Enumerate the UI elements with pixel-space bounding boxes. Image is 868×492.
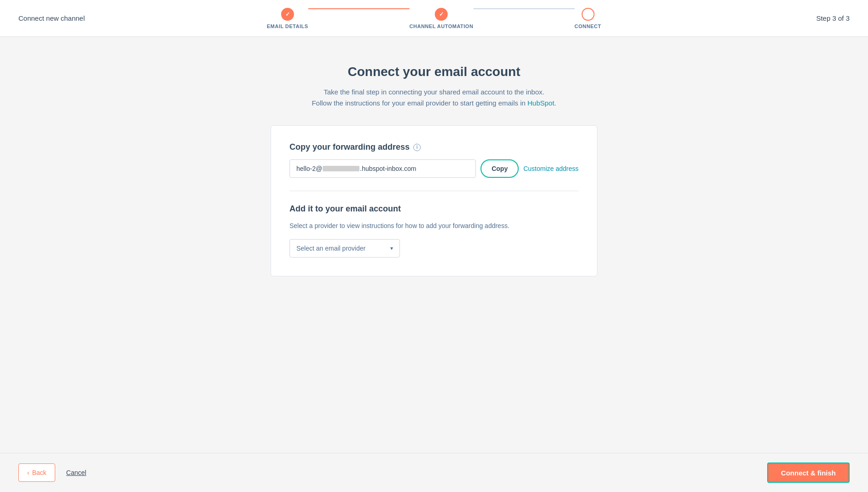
step-1-circle: ✓ xyxy=(281,8,294,21)
cancel-button[interactable]: Cancel xyxy=(66,469,87,476)
subtitle-line1: Take the final step in connecting your s… xyxy=(324,88,544,96)
email-prefix: hello-2@ xyxy=(296,165,322,172)
step-3-label: Connect xyxy=(574,23,601,29)
info-icon[interactable]: i xyxy=(413,144,421,151)
card: Copy your forwarding address i hello-2@.… xyxy=(271,125,597,276)
provider-select-text: Select an email provider xyxy=(296,245,365,252)
email-suffix: .hubspot-inbox.com xyxy=(360,165,416,172)
subtitle-line2-suffix: . xyxy=(554,99,556,107)
footer-left: ‹ Back Cancel xyxy=(18,463,86,482)
step-2-label: Channel Automation xyxy=(410,23,474,29)
back-button-label: Back xyxy=(32,469,46,476)
step-1-label: Email Details xyxy=(267,23,308,29)
copy-section-title-text: Copy your forwarding address xyxy=(289,142,410,152)
page-title: Connect your email account xyxy=(348,64,521,79)
step-2-circle: ✓ xyxy=(435,8,448,21)
hubspot-link[interactable]: HubSpot xyxy=(527,99,554,107)
copy-button[interactable]: Copy xyxy=(480,159,519,178)
step-info: Step 3 of 3 xyxy=(816,14,850,22)
step-1: ✓ Email Details xyxy=(267,8,308,29)
email-blurred xyxy=(323,166,359,171)
step-2-check: ✓ xyxy=(439,11,444,18)
add-section-title: Add it to your email account xyxy=(289,204,579,214)
add-section-desc: Select a provider to view instructions f… xyxy=(289,221,579,231)
step-2: ✓ Channel Automation xyxy=(410,8,474,29)
main-content: Connect your email account Take the fina… xyxy=(0,37,868,453)
customize-address-link[interactable]: Customize address xyxy=(523,165,579,172)
add-section-title-text: Add it to your email account xyxy=(289,204,401,214)
step-1-check: ✓ xyxy=(285,11,290,18)
section-divider xyxy=(289,191,579,191)
step-line-1 xyxy=(308,8,410,9)
stepper: ✓ Email Details ✓ Channel Automation Con… xyxy=(267,8,601,29)
step-3: Connect xyxy=(574,8,601,29)
back-button[interactable]: ‹ Back xyxy=(18,463,55,482)
back-arrow-icon: ‹ xyxy=(27,469,29,476)
subtitle: Take the final step in connecting your s… xyxy=(312,87,556,109)
email-display: hello-2@.hubspot-inbox.com xyxy=(289,159,476,178)
footer: ‹ Back Cancel Connect & finish xyxy=(0,453,868,492)
copy-section-title: Copy your forwarding address i xyxy=(289,142,579,152)
connect-finish-button[interactable]: Connect & finish xyxy=(767,463,850,483)
chevron-down-icon: ▾ xyxy=(390,245,393,252)
header-title: Connect new channel xyxy=(18,14,85,22)
subtitle-line2-prefix: Follow the instructions for your email p… xyxy=(312,99,527,107)
step-line-2 xyxy=(473,8,574,9)
step-3-circle xyxy=(581,8,594,21)
forwarding-row: hello-2@.hubspot-inbox.com Copy Customiz… xyxy=(289,159,579,178)
header: Connect new channel ✓ Email Details ✓ Ch… xyxy=(0,0,868,37)
provider-select-dropdown[interactable]: Select an email provider ▾ xyxy=(289,239,400,258)
